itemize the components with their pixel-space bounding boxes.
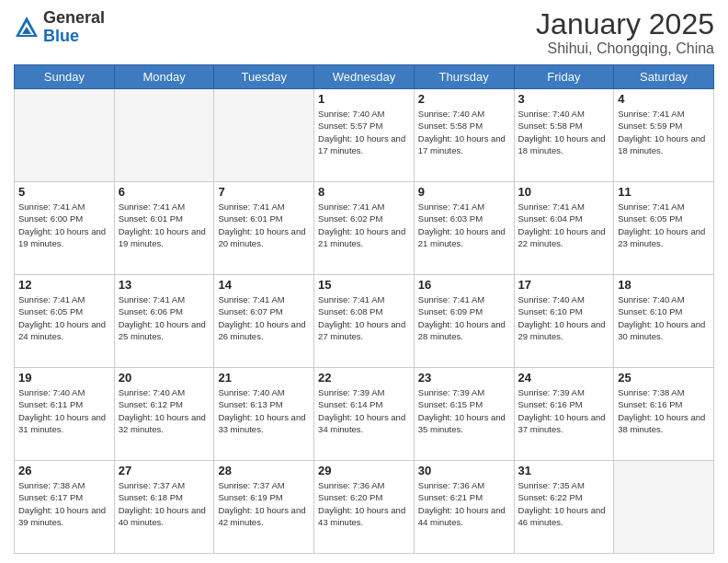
day-info: Sunrise: 7:41 AM Sunset: 6:03 PM Dayligh… (418, 201, 510, 249)
day-info: Sunrise: 7:40 AM Sunset: 6:12 PM Dayligh… (119, 386, 210, 435)
day-header-sunday: Sunday (15, 65, 115, 89)
day-info: Sunrise: 7:39 AM Sunset: 6:16 PM Dayligh… (518, 386, 610, 435)
calendar-cell: 24Sunrise: 7:39 AM Sunset: 6:16 PM Dayli… (514, 368, 614, 461)
day-info: Sunrise: 7:36 AM Sunset: 6:21 PM Dayligh… (418, 479, 510, 528)
day-number: 1 (318, 92, 410, 106)
calendar-cell: 10Sunrise: 7:41 AM Sunset: 6:04 PM Dayli… (514, 182, 614, 275)
day-number: 27 (119, 464, 210, 477)
day-info: Sunrise: 7:36 AM Sunset: 6:20 PM Dayligh… (318, 479, 410, 528)
calendar-cell: 18Sunrise: 7:40 AM Sunset: 6:10 PM Dayli… (614, 275, 714, 368)
logo: General Blue (14, 9, 105, 46)
calendar-cell: 26Sunrise: 7:38 AM Sunset: 6:17 PM Dayli… (15, 461, 115, 554)
day-number: 23 (418, 371, 510, 385)
day-number: 11 (618, 185, 710, 199)
calendar-week-2: 12Sunrise: 7:41 AM Sunset: 6:05 PM Dayli… (15, 275, 714, 368)
calendar-week-0: 1Sunrise: 7:40 AM Sunset: 5:57 PM Daylig… (15, 89, 714, 182)
day-number: 4 (618, 92, 710, 106)
day-info: Sunrise: 7:38 AM Sunset: 6:16 PM Dayligh… (618, 386, 710, 435)
day-number: 17 (518, 278, 610, 292)
day-info: Sunrise: 7:41 AM Sunset: 6:08 PM Dayligh… (318, 293, 410, 342)
day-number: 5 (18, 185, 110, 199)
day-info: Sunrise: 7:40 AM Sunset: 6:13 PM Dayligh… (218, 386, 310, 435)
calendar-cell: 12Sunrise: 7:41 AM Sunset: 6:05 PM Dayli… (15, 275, 115, 368)
day-info: Sunrise: 7:39 AM Sunset: 6:15 PM Dayligh… (418, 386, 510, 435)
calendar-cell: 28Sunrise: 7:37 AM Sunset: 6:19 PM Dayli… (214, 461, 314, 554)
day-info: Sunrise: 7:41 AM Sunset: 6:02 PM Dayligh… (318, 201, 410, 249)
day-info: Sunrise: 7:40 AM Sunset: 5:57 PM Dayligh… (318, 108, 410, 156)
calendar-week-1: 5Sunrise: 7:41 AM Sunset: 6:00 PM Daylig… (15, 182, 714, 275)
location-title: Shihui, Chongqing, China (536, 40, 714, 57)
logo-icon (14, 15, 40, 40)
calendar-page: General Blue January 2025 Shihui, Chongq… (0, 0, 728, 563)
day-info: Sunrise: 7:37 AM Sunset: 6:18 PM Dayligh… (119, 479, 210, 528)
day-info: Sunrise: 7:39 AM Sunset: 6:14 PM Dayligh… (318, 386, 410, 435)
calendar-cell (15, 89, 115, 182)
calendar-cell: 25Sunrise: 7:38 AM Sunset: 6:16 PM Dayli… (614, 368, 714, 461)
logo-blue: Blue (43, 27, 79, 45)
day-number: 15 (318, 278, 410, 292)
calendar-cell (614, 461, 714, 554)
day-info: Sunrise: 7:37 AM Sunset: 6:19 PM Dayligh… (218, 479, 310, 528)
day-number: 24 (518, 371, 610, 385)
day-header-monday: Monday (114, 65, 214, 89)
day-number: 22 (318, 371, 410, 385)
day-header-saturday: Saturday (614, 65, 714, 89)
calendar-cell: 23Sunrise: 7:39 AM Sunset: 6:15 PM Dayli… (414, 368, 514, 461)
calendar-table: SundayMondayTuesdayWednesdayThursdayFrid… (14, 64, 714, 554)
day-info: Sunrise: 7:41 AM Sunset: 6:01 PM Dayligh… (218, 201, 310, 249)
day-number: 18 (618, 278, 710, 292)
day-header-thursday: Thursday (414, 65, 514, 89)
calendar-cell: 21Sunrise: 7:40 AM Sunset: 6:13 PM Dayli… (214, 368, 314, 461)
calendar-cell: 29Sunrise: 7:36 AM Sunset: 6:20 PM Dayli… (314, 461, 415, 554)
day-number: 30 (418, 464, 510, 477)
day-info: Sunrise: 7:41 AM Sunset: 6:06 PM Dayligh… (119, 293, 210, 342)
day-info: Sunrise: 7:38 AM Sunset: 6:17 PM Dayligh… (18, 479, 110, 528)
calendar-cell: 2Sunrise: 7:40 AM Sunset: 5:58 PM Daylig… (414, 89, 514, 182)
day-header-friday: Friday (514, 65, 614, 89)
calendar-cell: 6Sunrise: 7:41 AM Sunset: 6:01 PM Daylig… (114, 182, 214, 275)
day-number: 21 (218, 371, 310, 385)
day-info: Sunrise: 7:40 AM Sunset: 6:10 PM Dayligh… (518, 293, 610, 342)
day-number: 31 (518, 464, 610, 477)
day-info: Sunrise: 7:41 AM Sunset: 6:04 PM Dayligh… (518, 201, 610, 249)
day-info: Sunrise: 7:41 AM Sunset: 5:59 PM Dayligh… (618, 108, 710, 156)
day-info: Sunrise: 7:40 AM Sunset: 5:58 PM Dayligh… (418, 108, 510, 156)
calendar-cell: 8Sunrise: 7:41 AM Sunset: 6:02 PM Daylig… (314, 182, 415, 275)
calendar-header-row: SundayMondayTuesdayWednesdayThursdayFrid… (15, 65, 714, 89)
calendar-cell: 9Sunrise: 7:41 AM Sunset: 6:03 PM Daylig… (414, 182, 514, 275)
calendar-week-3: 19Sunrise: 7:40 AM Sunset: 6:11 PM Dayli… (15, 368, 714, 461)
calendar-cell: 1Sunrise: 7:40 AM Sunset: 5:57 PM Daylig… (314, 89, 415, 182)
day-number: 13 (119, 278, 210, 292)
day-info: Sunrise: 7:41 AM Sunset: 6:09 PM Dayligh… (418, 293, 510, 342)
day-number: 12 (18, 278, 110, 292)
day-number: 16 (418, 278, 510, 292)
day-number: 20 (119, 371, 210, 385)
day-header-wednesday: Wednesday (314, 65, 415, 89)
day-info: Sunrise: 7:40 AM Sunset: 6:10 PM Dayligh… (618, 293, 710, 342)
calendar-cell: 20Sunrise: 7:40 AM Sunset: 6:12 PM Dayli… (114, 368, 214, 461)
calendar-cell: 30Sunrise: 7:36 AM Sunset: 6:21 PM Dayli… (414, 461, 514, 554)
day-info: Sunrise: 7:41 AM Sunset: 6:05 PM Dayligh… (618, 201, 710, 249)
day-header-tuesday: Tuesday (214, 65, 314, 89)
day-number: 7 (218, 185, 310, 199)
calendar-cell: 7Sunrise: 7:41 AM Sunset: 6:01 PM Daylig… (214, 182, 314, 275)
day-number: 19 (18, 371, 110, 385)
calendar-cell: 16Sunrise: 7:41 AM Sunset: 6:09 PM Dayli… (414, 275, 514, 368)
day-info: Sunrise: 7:35 AM Sunset: 6:22 PM Dayligh… (518, 479, 610, 528)
day-number: 8 (318, 185, 410, 199)
day-number: 3 (518, 92, 610, 106)
calendar-cell: 15Sunrise: 7:41 AM Sunset: 6:08 PM Dayli… (314, 275, 415, 368)
calendar-cell: 5Sunrise: 7:41 AM Sunset: 6:00 PM Daylig… (15, 182, 115, 275)
day-info: Sunrise: 7:41 AM Sunset: 6:07 PM Dayligh… (218, 293, 310, 342)
day-info: Sunrise: 7:40 AM Sunset: 6:11 PM Dayligh… (18, 386, 110, 435)
day-number: 14 (218, 278, 310, 292)
day-number: 10 (518, 185, 610, 199)
calendar-cell: 27Sunrise: 7:37 AM Sunset: 6:18 PM Dayli… (114, 461, 214, 554)
calendar-cell: 14Sunrise: 7:41 AM Sunset: 6:07 PM Dayli… (214, 275, 314, 368)
header: General Blue January 2025 Shihui, Chongq… (14, 9, 714, 57)
day-info: Sunrise: 7:40 AM Sunset: 5:58 PM Dayligh… (518, 108, 610, 156)
title-block: January 2025 Shihui, Chongqing, China (536, 9, 714, 57)
calendar-cell: 3Sunrise: 7:40 AM Sunset: 5:58 PM Daylig… (514, 89, 614, 182)
calendar-cell: 4Sunrise: 7:41 AM Sunset: 5:59 PM Daylig… (614, 89, 714, 182)
logo-text: General Blue (43, 9, 105, 46)
